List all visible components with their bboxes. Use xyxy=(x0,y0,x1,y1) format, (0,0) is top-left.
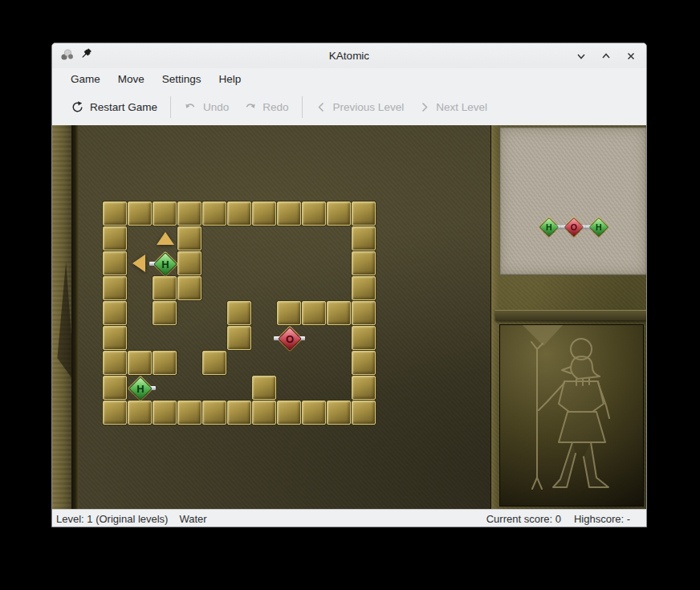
wall-tile xyxy=(103,201,127,226)
wall-tile xyxy=(352,376,376,400)
wall-tile xyxy=(177,401,201,425)
wall-tile xyxy=(352,351,376,375)
wall-tile xyxy=(352,226,376,250)
wall-tile xyxy=(153,201,177,226)
atom-symbol: O xyxy=(282,331,297,346)
atom-h[interactable]: H xyxy=(128,376,153,401)
wall-tile xyxy=(153,301,177,325)
wall-tile xyxy=(177,201,201,226)
arrow-up-icon xyxy=(157,232,174,245)
menu-game[interactable]: Game xyxy=(62,71,109,87)
toolbar-separator xyxy=(302,96,303,118)
wall-tile xyxy=(277,401,301,425)
statusbar: Level: 1 (Original levels) Water Current… xyxy=(52,509,646,527)
atom-diamond: H xyxy=(128,376,153,401)
wall-tile xyxy=(153,276,177,300)
atom-symbol: H xyxy=(157,256,173,271)
wall-tile xyxy=(277,301,301,325)
wall-tile xyxy=(327,201,351,226)
wall-tile xyxy=(227,401,251,425)
restart-label: Restart Game xyxy=(90,101,157,113)
wall-tile xyxy=(202,201,226,226)
wall-tile xyxy=(277,201,301,226)
window-title: KAtomic xyxy=(52,50,646,62)
wall-tile xyxy=(103,251,127,275)
level-indicator: Level: 1 (Original levels) xyxy=(56,513,168,525)
restart-game-button[interactable]: Restart Game xyxy=(63,96,165,119)
next-level-button[interactable]: Next Level xyxy=(411,96,494,118)
wall-tile xyxy=(103,351,127,375)
toolbar-separator xyxy=(170,96,171,118)
wall-tile xyxy=(128,401,152,425)
katomic-window: KAtomic xyxy=(51,43,647,527)
move-arrow-up[interactable] xyxy=(153,226,177,251)
pin-icon[interactable] xyxy=(81,48,93,63)
atom-symbol: H xyxy=(132,380,148,396)
desktop-background: { "titlebar": { "title": "KAtomic", "ico… xyxy=(0,0,700,590)
menubar: Game Move Settings Help xyxy=(52,68,646,89)
titlebar[interactable]: KAtomic xyxy=(52,43,646,68)
undo-button[interactable]: Undo xyxy=(177,96,236,119)
wall-tile xyxy=(352,401,376,425)
wall-tile xyxy=(302,201,326,226)
wall-tile xyxy=(202,351,226,375)
wall-tile xyxy=(352,201,376,226)
undo-icon xyxy=(184,100,197,114)
wall-tile xyxy=(202,401,226,425)
wall-tile xyxy=(103,376,127,400)
menu-settings[interactable]: Settings xyxy=(153,71,210,87)
restart-icon xyxy=(71,100,84,114)
previous-level-label: Previous Level xyxy=(333,101,405,113)
wall-tile xyxy=(227,326,251,350)
menu-help[interactable]: Help xyxy=(210,71,250,87)
wall-tile xyxy=(103,301,127,325)
redo-icon xyxy=(243,100,257,114)
app-molecule-icon xyxy=(60,48,74,64)
wall-tile xyxy=(352,326,376,350)
wall-tile xyxy=(327,301,351,325)
wall-tile xyxy=(177,226,201,250)
arrow-left-icon xyxy=(132,254,145,272)
wall-tile xyxy=(128,351,152,375)
previous-level-button[interactable]: Previous Level xyxy=(308,96,412,118)
menu-move[interactable]: Move xyxy=(109,71,153,87)
wall-tile xyxy=(153,351,177,375)
atom-o[interactable]: O xyxy=(277,326,302,351)
maximize-button[interactable] xyxy=(599,49,613,63)
undo-label: Undo xyxy=(203,101,229,113)
wall-tile xyxy=(128,201,152,226)
wall-tile xyxy=(103,401,127,425)
wall-tile xyxy=(227,201,251,226)
game-area: HOH xyxy=(52,125,646,509)
chevron-right-icon xyxy=(418,101,430,113)
wall-tile xyxy=(103,276,127,300)
wall-tile xyxy=(103,326,127,350)
close-button[interactable] xyxy=(624,49,638,63)
wall-tile xyxy=(227,301,251,325)
minimize-button[interactable] xyxy=(574,49,588,63)
board: HOH xyxy=(52,125,646,509)
atom-diamond: O xyxy=(278,327,302,351)
wall-tile xyxy=(302,301,326,325)
atom-diamond: H xyxy=(153,252,177,276)
wall-tile xyxy=(252,201,276,226)
wall-tile xyxy=(177,276,201,300)
wall-tile xyxy=(177,251,201,275)
next-level-label: Next Level xyxy=(436,101,487,113)
chevron-left-icon xyxy=(315,101,328,113)
wall-tile xyxy=(252,376,276,400)
atom-h[interactable]: H xyxy=(153,251,177,276)
wall-tile xyxy=(153,401,177,425)
redo-button[interactable]: Redo xyxy=(236,96,295,119)
wall-tile xyxy=(352,276,376,300)
wall-tile xyxy=(302,401,326,425)
current-score: Current score: 0 xyxy=(486,513,561,525)
wall-tile xyxy=(352,251,376,275)
highscore: Highscore: - xyxy=(574,513,630,525)
wall-tile xyxy=(103,226,127,250)
wall-tile xyxy=(252,401,276,425)
wall-tile xyxy=(327,401,351,425)
molecule-name: Water xyxy=(179,513,206,525)
wall-tile xyxy=(352,301,376,325)
toolbar: Restart Game Undo Redo xyxy=(52,89,646,125)
